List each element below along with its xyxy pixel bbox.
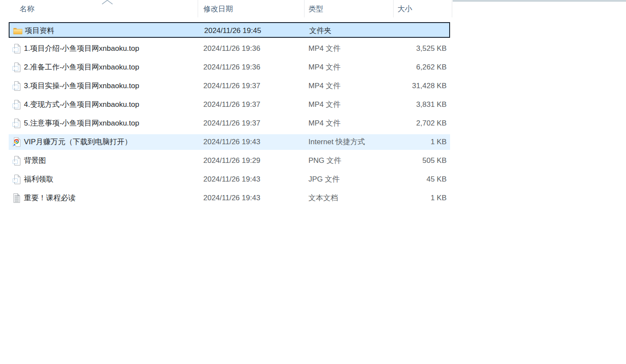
file-size: 1 KB [356, 190, 447, 206]
file-type: PNG 文件 [308, 153, 341, 169]
file-name: 2.准备工作-小鱼项目网xnbaoku.top [24, 60, 139, 75]
file-row[interactable]: 重要！课程必读 2024/11/26 19:43 文本文档 1 KB [9, 190, 450, 206]
file-date: 2024/11/26 19:37 [203, 78, 260, 94]
file-date: 2024/11/26 19:36 [203, 60, 260, 75]
column-header-date-modified[interactable]: 修改日期 [203, 0, 233, 18]
file-row[interactable]: 项目资料 2024/11/26 19:45 文件夹 [9, 22, 450, 38]
file-icon [13, 26, 23, 36]
file-name: 3.项目实操-小鱼项目网xnbaoku.top [24, 78, 139, 94]
window-edge-strip [453, 0, 626, 2]
video-file-icon [12, 100, 22, 109]
file-icon [12, 63, 22, 72]
file-name: 4.变现方式-小鱼项目网xnbaoku.top [24, 97, 139, 113]
file-row[interactable]: 5.注意事项-小鱼项目网xnbaoku.top 2024/11/26 19:37… [9, 116, 450, 131]
sort-ascending-icon [101, 0, 113, 5]
file-date: 2024/11/26 19:37 [203, 97, 260, 113]
file-date: 2024/11/26 19:43 [203, 172, 260, 187]
file-name: 项目资料 [25, 23, 54, 39]
column-resize-handle[interactable] [304, 0, 305, 17]
image-file-icon [12, 156, 22, 165]
column-resize-handle[interactable] [198, 0, 198, 17]
file-type: MP4 文件 [308, 116, 341, 131]
column-resize-handle[interactable] [452, 0, 452, 17]
file-size: 1 KB [356, 134, 447, 150]
file-size: 31,428 KB [356, 78, 447, 94]
file-type: MP4 文件 [308, 60, 341, 75]
column-header-type[interactable]: 类型 [308, 0, 323, 18]
file-size: 2,702 KB [356, 116, 447, 131]
file-icon [12, 175, 22, 184]
internet-shortcut-icon [12, 137, 22, 147]
video-file-icon [12, 63, 22, 72]
file-row[interactable]: 福利领取 2024/11/26 19:43 JPG 文件 45 KB [9, 172, 450, 187]
video-file-icon [12, 44, 22, 53]
file-size: 3,525 KB [356, 41, 447, 56]
file-type: JPG 文件 [308, 172, 340, 187]
video-file-icon [12, 81, 22, 91]
text-file-icon [12, 193, 22, 203]
file-icon [12, 156, 22, 165]
file-icon [12, 137, 22, 147]
file-icon [12, 44, 22, 53]
folder-icon [13, 26, 23, 36]
video-file-icon [12, 119, 22, 128]
file-size: 6,262 KB [356, 60, 447, 75]
file-type: MP4 文件 [308, 78, 341, 94]
file-name: VIP月赚万元（下载到电脑打开） [24, 134, 132, 150]
file-type: 文件夹 [309, 23, 331, 39]
file-row[interactable]: 4.变现方式-小鱼项目网xnbaoku.top 2024/11/26 19:37… [9, 97, 450, 113]
file-name: 重要！课程必读 [24, 190, 76, 206]
file-icon [12, 100, 22, 109]
file-size: 3,831 KB [356, 97, 447, 113]
file-type: MP4 文件 [308, 97, 341, 113]
file-type: MP4 文件 [308, 41, 341, 56]
file-date: 2024/11/26 19:45 [204, 23, 261, 39]
file-row[interactable]: 背景图 2024/11/26 19:29 PNG 文件 505 KB [9, 153, 450, 169]
file-icon [12, 81, 22, 91]
file-row[interactable]: VIP月赚万元（下载到电脑打开） 2024/11/26 19:43 Intern… [9, 134, 450, 150]
column-header-size[interactable]: 大小 [397, 0, 412, 18]
column-header-name[interactable]: 名称 [20, 0, 34, 18]
file-icon [12, 119, 22, 128]
file-date: 2024/11/26 19:37 [203, 116, 260, 131]
file-size: 505 KB [356, 153, 447, 169]
column-resize-handle[interactable] [393, 0, 394, 17]
file-row[interactable]: 1.项目介绍-小鱼项目网xnbaoku.top 2024/11/26 19:36… [9, 41, 450, 56]
file-explorer-window: 名称 修改日期 类型 大小 [0, 0, 626, 364]
file-type: 文本文档 [308, 190, 338, 206]
file-row[interactable]: 2.准备工作-小鱼项目网xnbaoku.top 2024/11/26 19:36… [9, 60, 450, 75]
file-icon [12, 193, 22, 203]
file-name: 5.注意事项-小鱼项目网xnbaoku.top [24, 116, 139, 131]
image-file-icon [12, 175, 22, 184]
file-name: 背景图 [24, 153, 46, 169]
file-name: 1.项目介绍-小鱼项目网xnbaoku.top [24, 41, 139, 56]
file-date: 2024/11/26 19:29 [203, 153, 260, 169]
file-row[interactable]: 3.项目实操-小鱼项目网xnbaoku.top 2024/11/26 19:37… [9, 78, 450, 94]
file-size [357, 23, 447, 39]
file-date: 2024/11/26 19:43 [203, 190, 260, 206]
file-name: 福利领取 [24, 172, 53, 187]
file-date: 2024/11/26 19:43 [203, 134, 260, 150]
file-date: 2024/11/26 19:36 [203, 41, 260, 56]
file-size: 45 KB [356, 172, 447, 187]
